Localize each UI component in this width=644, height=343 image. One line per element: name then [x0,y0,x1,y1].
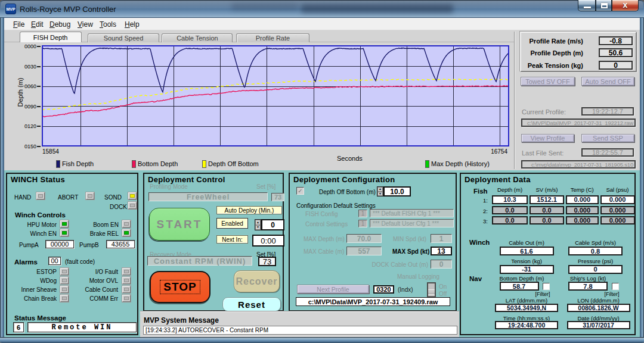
towed-sv-button[interactable]: Towed SV OFF [521,77,575,86]
led-dock[interactable] [128,202,137,209]
start-button[interactable]: START [149,208,210,241]
auto-send-button[interactable]: Auto Send OFF [581,77,634,86]
led-light [130,194,135,198]
led-inner-sheave[interactable] [60,286,69,293]
next-profile-button[interactable]: Next Profile [297,285,369,294]
legend-swatch [202,160,206,168]
legend-label: Depth Off Bottom [208,160,259,168]
readout-value-2: 0 [599,61,633,70]
app-window: MVP Rolls-Royce MVP Controller x FileEdi… [0,0,644,343]
maximize-icon-fill [602,4,607,5]
status-message-title: Status Message [14,314,66,322]
led-hpu-motor[interactable] [60,220,69,227]
fish-header-2: Temp (C) [566,186,599,193]
filter-checkbox-0[interactable] [543,283,550,290]
close-button[interactable]: x [612,0,639,11]
legend-swatch [132,160,136,168]
led-brake-rel[interactable] [122,229,131,236]
led-light [62,222,67,226]
last-file-time: 18:22:55.7 [581,148,634,157]
legend-label: Max Depth (History) [431,160,490,168]
depth-off-bottom-checkbox[interactable]: ✓ [296,187,304,195]
deployment-control-title: Deployment Control [148,175,225,184]
minimize-button[interactable] [578,0,596,11]
spin-down-button[interactable]: ▼ [377,192,383,197]
menu-item-tools[interactable]: Tools [98,20,118,29]
depth-profile-plot [42,45,509,146]
winch-field-label-2: Tension (kg) [500,258,554,264]
profiling-mode-field: FreeWheel [148,192,268,201]
tab-cable-tension[interactable]: Cable Tension [162,33,233,43]
nav-section-label: Nav [469,275,482,282]
legend-swatch [425,160,429,168]
config-defaults-label: Configuration Default Settings [296,202,376,209]
menu-item-edit[interactable]: Edit [29,20,45,29]
led-light [62,279,67,282]
led-motor-ovl[interactable] [122,277,131,284]
maximize-icon [601,3,608,8]
reset-button[interactable]: Reset [222,297,281,311]
enabled-label: Enabled [216,218,248,229]
last-file-label: Last File Sent: [522,149,564,157]
readout-value-0: -0.8 [599,36,633,45]
deployment-data-title: Deployment Data [465,175,531,184]
menu-item-help[interactable]: Help [123,20,141,29]
menu-item-view[interactable]: View [76,20,95,29]
led-i-o-fault[interactable] [122,268,131,275]
led-abort[interactable] [86,192,94,199]
auto-deploy-value-field[interactable]: 0 [261,219,284,230]
max-spd-field[interactable]: 13 [431,247,452,255]
menu-item-debug[interactable]: Debug [48,20,72,29]
nav-field-label-3: LON (dddmm.m) [567,297,630,304]
led-estop[interactable] [60,268,69,275]
led-light [124,270,129,273]
led-light [124,231,129,235]
readout-label-2: Peak Tension (kg) [524,62,583,69]
recovery-set-field[interactable]: 73 [258,257,276,266]
spin-up-button[interactable]: ▲ [377,187,383,192]
alarm-label-inner-sheave: Inner Sheave [9,286,57,293]
tab-sound-speed[interactable]: Sound Speed [88,33,159,43]
winch-status-panel: WINCH Status HANDABORTSONDDOCKWinch Cont… [6,173,138,335]
depth-off-bottom-field[interactable]: 10.0 [383,186,411,197]
tab-fish-depth[interactable]: FISH Depth [20,32,82,42]
led-comm-err[interactable] [122,295,131,302]
next-profile-index-field[interactable]: 0320 [373,285,394,294]
min-spd-label: MIN Spd (kt) [393,236,426,242]
maximize-button[interactable] [596,0,612,11]
spin-down-button[interactable]: ▼ [255,225,261,230]
y-axis-title: Depth (m) [16,65,25,120]
led-boom-en[interactable] [122,220,131,227]
close-icon: x [612,0,638,10]
led-sond[interactable] [128,192,137,199]
plot-background [42,45,509,146]
view-profile-button[interactable]: View Profile [521,134,574,142]
filter-checkbox-1[interactable] [612,283,619,290]
led-wdog[interactable] [60,277,69,284]
fish-cell-1-2: 1512.1 [530,195,564,204]
led-cable-count[interactable] [122,286,131,293]
led-chain-break[interactable] [60,295,69,302]
tab-profile-rate[interactable]: Profile Rate [236,33,309,43]
nav-field-value-4: 19:24:48.700 [495,321,558,329]
winch-field-value-1: 0.8 [568,247,623,255]
led-winch-en[interactable] [60,229,69,236]
fault-code-note: (fault code) [65,258,95,265]
led-light [62,270,67,273]
current-profile-file: c:\MVP\Data\MVP_2017-07-31_192212.raw [521,119,636,127]
led-hand[interactable] [36,192,45,199]
menu-mnemonic: D [49,20,55,29]
send-ssp-button[interactable]: Send SSP [581,134,634,142]
nav-field-value-2: 5034.34949,N [495,304,558,312]
vertical-divider-highlight [515,32,515,169]
fish-config-name-field: *** Default FISH Cfg 1 *** [370,209,454,217]
menu-item-file[interactable]: File [11,20,26,29]
last-file-path: c:\mvp\data\mvp_2017-07-31_181905.s10 [521,160,636,169]
manual-logging-off-label: Off [439,291,447,297]
fish-row-index-3: 3: [479,218,488,224]
fish-cell-3-3: 0.000 [566,216,599,225]
stop-button[interactable]: STOP [150,271,210,303]
spin-up-button[interactable]: ▲ [255,220,261,225]
manual-logging-switch[interactable] [427,282,436,298]
recover-button[interactable]: Recover [234,270,280,292]
